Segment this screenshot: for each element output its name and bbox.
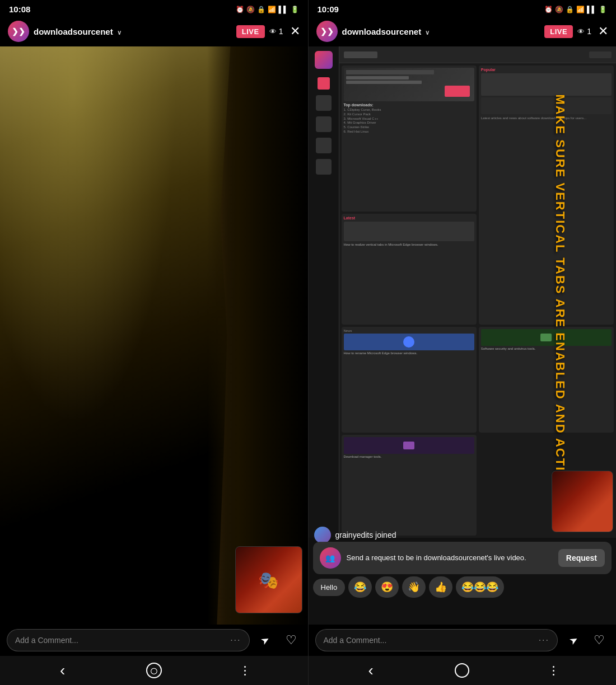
left-comment-dots: ··· [230, 635, 241, 645]
left-send-button[interactable]: ➤ [255, 630, 276, 650]
left-heart-icon: ♡ [286, 633, 297, 648]
alarm-icon: ⏰ [236, 6, 244, 13]
right-menu-button[interactable] [539, 659, 567, 682]
left-content-area: 🎭 [0, 46, 308, 625]
left-phone-panel: 10:08 ⏰ 🔕 🔒 📶 ▌▌ 🔋 ❯❯ downloadsourcenet … [0, 0, 308, 685]
emoji-laugh[interactable]: 😂 [348, 576, 372, 598]
request-text: Send a request to be in downloadsourcene… [347, 553, 553, 563]
emoji-thumbsup[interactable]: 👍 [429, 576, 452, 598]
joined-notification: grainyedits joined [314, 527, 396, 543]
left-back-button[interactable]: ‹ [49, 659, 77, 682]
right-battery-icon: 🔋 [599, 6, 607, 13]
left-home-icon: ○ [146, 663, 162, 678]
battery-icon: 🔋 [291, 6, 299, 13]
website-card-2: Popular Latest articles and news about s… [479, 65, 614, 325]
emoji-hello[interactable]: Hello [313, 579, 346, 596]
lock-icon: 🔒 [257, 6, 265, 13]
left-comment-input[interactable]: Add a Comment... ··· [7, 629, 250, 651]
website-header-row [339, 46, 617, 63]
left-back-icon: ‹ [60, 661, 65, 679]
request-people-icon: 👥 [325, 553, 335, 562]
left-menu-button[interactable] [231, 659, 259, 682]
website-card-1: Top downloads: 1. CDipkey Curse, Books2.… [342, 65, 477, 212]
right-viewer-count: 👁 1 [577, 27, 591, 36]
right-signal-icon: ▌▌ [587, 6, 596, 13]
emoji-love-icon: 😍 [381, 581, 393, 593]
right-comment-input[interactable]: Add a Comment... ··· [315, 629, 558, 651]
website-main-content: Top downloads: 1. CDipkey Curse, Books2.… [339, 46, 617, 538]
request-icon: 👥 [320, 547, 341, 569]
joined-text: grainyedits joined [335, 531, 396, 539]
right-live-badge: LIVE [544, 25, 573, 38]
website-card-4: News How to rename Microsoft Edge browse… [342, 327, 477, 432]
ws-icon-1 [318, 77, 330, 90]
mute-icon: 🔕 [246, 6, 255, 13]
right-comment-dots: ··· [539, 635, 549, 645]
website-card-5: Software security and antivirus tools. [479, 327, 614, 432]
ws-icon-5 [316, 159, 332, 175]
right-avatar-icon: ❯❯ [320, 27, 334, 35]
ws-card-1-text: 1. CDipkey Curse, Books2. Kit Cursor Pac… [344, 108, 474, 134]
left-avatar-icon: ❯❯ [12, 27, 25, 35]
left-live-badge: LIVE [236, 25, 265, 38]
right-header-bar: ❯❯ downloadsourcenet ∨ LIVE 👁 1 ✕ [309, 16, 617, 46]
right-back-icon: ‹ [368, 661, 373, 679]
mountain-shape [207, 46, 308, 625]
left-heart-button[interactable]: ♡ [281, 630, 301, 650]
left-username-chevron: ∨ [117, 29, 122, 36]
right-status-bar: 10:09 ⏰ 🔕 🔒 📶 ▌▌ 🔋 [309, 0, 617, 16]
joined-avatar [314, 527, 331, 543]
right-home-icon [455, 663, 469, 678]
right-menu-icon [553, 666, 554, 675]
right-viewer-number: 1 [587, 27, 591, 36]
right-close-button[interactable]: ✕ [598, 24, 608, 39]
right-home-button[interactable] [448, 659, 476, 682]
left-close-button[interactable]: ✕ [290, 24, 300, 39]
emoji-wave[interactable]: 👋 [402, 576, 426, 598]
right-back-button[interactable]: ‹ [357, 659, 385, 682]
right-bottom-bar: Add a Comment... ··· ➤ ♡ [309, 625, 617, 656]
left-bottom-bar: Add a Comment... ··· ➤ ♡ [0, 625, 308, 656]
right-preview-thumb [552, 471, 613, 532]
left-status-bar: 10:08 ⏰ 🔕 🔒 📶 ▌▌ 🔋 [0, 0, 308, 16]
left-preview-thumb: 🎭 [235, 546, 302, 613]
emoji-thumbsup-icon: 👍 [435, 581, 447, 593]
left-avatar: ❯❯ [8, 21, 29, 42]
right-phone-panel: 10:09 ⏰ 🔕 🔒 📶 ▌▌ 🔋 ❯❯ downloadsourcenet … [309, 0, 617, 685]
right-content-area: Top downloads: 1. CDipkey Curse, Books2.… [309, 46, 617, 625]
right-username-text: downloadsourcenet [342, 27, 422, 36]
right-send-button[interactable]: ➤ [563, 630, 584, 650]
left-username[interactable]: downloadsourcenet ∨ [34, 27, 232, 36]
left-preview-thumb-inner: 🎭 [236, 547, 302, 613]
right-avatar: ❯❯ [316, 21, 338, 42]
emoji-hello-text: Hello [321, 583, 338, 592]
right-status-icons: ⏰ 🔕 🔒 📶 ▌▌ 🔋 [544, 6, 607, 13]
emoji-wave-icon: 👋 [408, 581, 420, 593]
request-banner: 👥 Send a request to be in downloadsource… [313, 542, 612, 574]
right-heart-button[interactable]: ♡ [589, 630, 609, 650]
right-eye-icon: 👁 [577, 27, 585, 36]
right-nav-bar: ‹ [309, 656, 617, 685]
emoji-laugh-triple[interactable]: 😂😂😂 [456, 576, 504, 598]
left-status-time: 10:08 [9, 4, 30, 14]
right-comment-placeholder: Add a Comment... [324, 636, 387, 645]
right-alarm-icon: ⏰ [544, 6, 553, 13]
request-button[interactable]: Request [558, 549, 605, 567]
right-username[interactable]: downloadsourcenet ∨ [342, 27, 540, 36]
left-viewer-count: 👁 1 [269, 27, 283, 36]
emoji-bar: Hello 😂 😍 👋 👍 😂😂😂 [313, 576, 612, 598]
light-beam [0, 46, 185, 451]
ws-icon-2 [316, 95, 332, 111]
right-status-time: 10:09 [318, 4, 339, 14]
left-send-icon: ➤ [259, 633, 272, 648]
left-header-bar: ❯❯ downloadsourcenet ∨ LIVE 👁 1 ✕ [0, 16, 308, 46]
website-screenshot: Top downloads: 1. CDipkey Curse, Books2.… [309, 46, 617, 538]
left-background [0, 46, 308, 625]
left-menu-icon [244, 666, 246, 675]
emoji-love[interactable]: 😍 [375, 576, 399, 598]
emoji-laugh-triple-icon: 😂😂😂 [461, 581, 498, 593]
ws-icon-3 [316, 116, 332, 132]
left-eye-icon: 👁 [269, 27, 277, 36]
wifi-icon: 📶 [268, 6, 276, 13]
left-home-button[interactable]: ○ [140, 659, 168, 682]
